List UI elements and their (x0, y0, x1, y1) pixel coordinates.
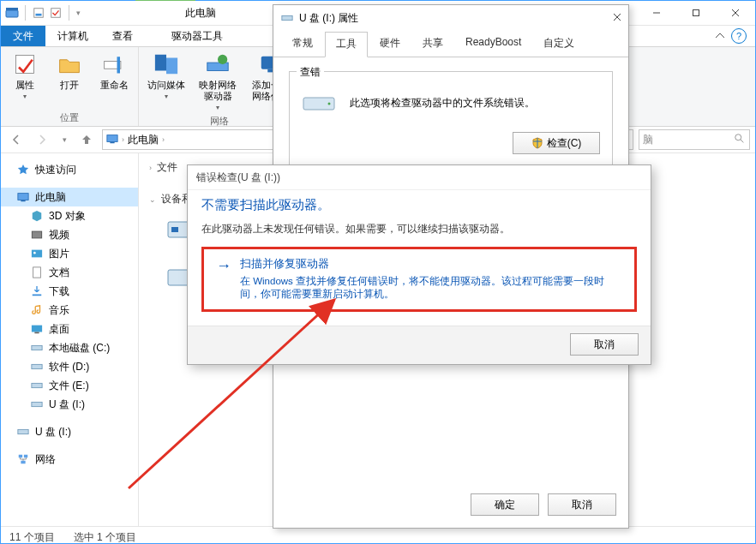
search-input[interactable]: 脑 (639, 129, 750, 150)
properties-button[interactable]: 属性 ▾ (6, 51, 44, 102)
file-tab[interactable]: 文件 (1, 26, 45, 46)
chevron-right-icon[interactable]: › (122, 135, 124, 144)
nav-history-dropdown[interactable]: ▾ (57, 129, 71, 150)
sidebar-drive-i-root[interactable]: U 盘 (I:) (1, 422, 138, 441)
computer-icon (16, 190, 30, 204)
tab-drive-tools[interactable]: 驱动器工具 (155, 26, 239, 46)
tab-view[interactable]: 查看 (100, 26, 145, 46)
check-description: 此选项将检查驱动器中的文件系统错误。 (350, 96, 535, 111)
svg-rect-32 (32, 383, 42, 387)
svg-rect-9 (117, 57, 121, 73)
properties-tabs: 常规 工具 硬件 共享 ReadyBoost 自定义 (273, 31, 628, 57)
nav-sidebar: 快速访问 此电脑 3D 对象 视频 图片 文档 下载 音乐 桌面 本地磁盘 (C… (1, 153, 139, 526)
breadcrumb-item[interactable]: 此电脑 (128, 133, 159, 147)
group-legend: 查错 (297, 65, 324, 80)
svg-rect-2 (34, 9, 44, 18)
cancel-button[interactable]: 取消 (548, 493, 616, 516)
nav-up-button[interactable] (76, 129, 97, 150)
collapse-ribbon-icon[interactable] (714, 30, 726, 42)
minimize-button[interactable] (637, 1, 676, 25)
chevron-down-icon: ▾ (23, 91, 27, 102)
error-check-dialog: 错误检查(U 盘 (I:)) 不需要扫描此驱动器。 在此驱动器上未发现任何错误。… (187, 164, 651, 365)
maximize-button[interactable] (676, 1, 716, 25)
chevron-down-icon: ▾ (216, 102, 219, 113)
error-check-titlebar: 错误检查(U 盘 (I:)) (188, 165, 651, 190)
qat-save-icon[interactable] (31, 5, 46, 21)
drive-icon (30, 360, 44, 374)
nav-back-button[interactable] (6, 129, 27, 150)
music-icon (30, 303, 44, 317)
document-icon (30, 266, 44, 279)
tab-computer[interactable]: 计算机 (45, 26, 100, 46)
folder-open-icon (56, 51, 83, 78)
tab-readyboost[interactable]: ReadyBoost (455, 32, 531, 57)
sidebar-item-drive-e[interactable]: 文件 (E:) (1, 376, 138, 395)
ok-button[interactable]: 确定 (471, 493, 539, 516)
check-button[interactable]: 检查(C) (513, 132, 600, 154)
help-icon[interactable]: ? (731, 28, 747, 44)
video-icon (30, 228, 44, 242)
svg-rect-27 (33, 295, 42, 296)
svg-rect-35 (19, 455, 22, 458)
svg-rect-12 (207, 63, 228, 70)
cancel-button[interactable]: 取消 (570, 333, 639, 356)
sidebar-item-downloads[interactable]: 下载 (1, 282, 138, 301)
svg-rect-36 (24, 455, 27, 458)
tab-tools[interactable]: 工具 (325, 32, 368, 57)
svg-rect-0 (6, 10, 18, 17)
sidebar-item-drive-i[interactable]: U 盘 (I:) (1, 395, 138, 414)
svg-point-13 (218, 55, 227, 64)
usb-icon (16, 425, 30, 439)
scan-and-repair-option[interactable]: → 扫描并修复驱动器 在 Windows 查找并修复任何错误时，将不能使用驱动器… (201, 247, 637, 312)
svg-rect-26 (33, 267, 41, 278)
tab-general[interactable]: 常规 (282, 32, 323, 57)
drive-icon (280, 11, 294, 25)
sidebar-item-desktop[interactable]: 桌面 (1, 320, 138, 338)
cube-icon (30, 209, 44, 223)
close-button[interactable] (716, 1, 755, 25)
qat-properties-icon[interactable] (48, 5, 63, 21)
open-button[interactable]: 打开 (51, 51, 88, 91)
sidebar-item-pictures[interactable]: 图片 (1, 244, 138, 263)
sidebar-item-drive-c[interactable]: 本地磁盘 (C:) (1, 338, 138, 357)
shield-icon (531, 137, 543, 149)
qat-dropdown-icon[interactable]: ▾ (75, 9, 82, 17)
sidebar-this-pc-children: 3D 对象 视频 图片 文档 下载 音乐 桌面 本地磁盘 (C:) 软件 (D:… (1, 206, 138, 414)
ribbon-group-location: 属性 ▾ 打开 重命名 位置 (1, 47, 139, 126)
close-button[interactable] (597, 12, 621, 24)
sidebar-item-drive-d[interactable]: 软件 (D:) (1, 357, 138, 376)
sidebar-this-pc[interactable]: 此电脑 (1, 188, 138, 206)
contextual-tab-header: 管理 (135, 0, 195, 1)
tab-hardware[interactable]: 硬件 (369, 32, 411, 57)
access-media-button[interactable]: 访问媒体 ▾ (144, 51, 189, 102)
svg-point-18 (735, 134, 741, 140)
network-icon (16, 452, 30, 466)
svg-rect-23 (33, 232, 42, 238)
svg-rect-28 (32, 326, 42, 332)
error-check-sub: 在此驱动器上未发现任何错误。如果需要，可以继续扫描该驱动器。 (201, 222, 637, 236)
rename-button[interactable]: 重命名 (95, 51, 133, 91)
svg-rect-37 (21, 461, 25, 464)
svg-rect-41 (282, 15, 292, 20)
sidebar-item-music[interactable]: 音乐 (1, 301, 138, 320)
sidebar-item-documents[interactable]: 文档 (1, 263, 138, 282)
tab-sharing[interactable]: 共享 (412, 32, 453, 57)
status-bar: 11 个项目 选中 1 个项目 (1, 526, 755, 544)
svg-rect-4 (51, 9, 61, 18)
sidebar-item-3d[interactable]: 3D 对象 (1, 206, 138, 225)
svg-rect-29 (34, 332, 39, 334)
sidebar-network[interactable]: 网络 (1, 450, 138, 469)
option-desc: 在 Windows 查找并修复任何错误时，将不能使用驱动器。该过程可能需要一段时… (240, 275, 622, 301)
svg-rect-11 (166, 58, 177, 75)
error-check-title-text: 错误检查(U 盘 (I:)) (196, 170, 280, 185)
sidebar-item-videos[interactable]: 视频 (1, 225, 138, 244)
chevron-right-icon[interactable]: › (162, 135, 165, 144)
svg-line-19 (741, 139, 744, 142)
properties-icon (11, 51, 39, 78)
nav-forward-button[interactable] (32, 129, 52, 150)
sidebar-quick-access[interactable]: 快速访问 (1, 160, 138, 179)
map-drive-button[interactable]: 映射网络 驱动器 ▾ (195, 51, 240, 113)
tab-custom[interactable]: 自定义 (533, 32, 585, 57)
svg-rect-3 (36, 14, 42, 16)
svg-rect-34 (18, 429, 28, 433)
